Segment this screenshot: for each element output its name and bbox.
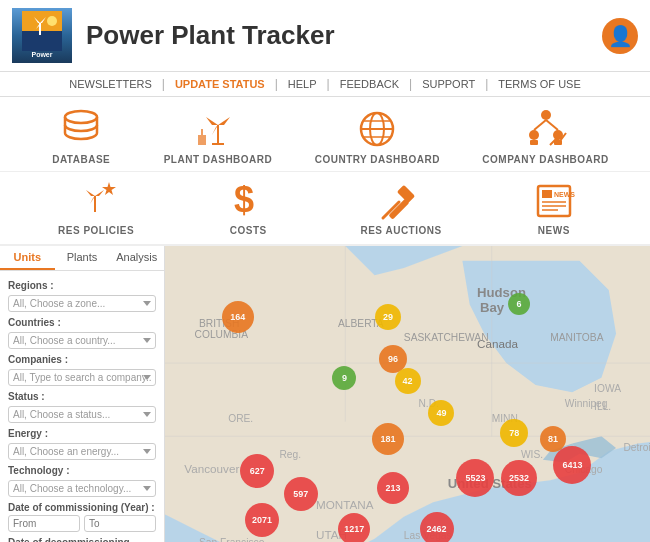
cluster-c1[interactable]: 164: [222, 301, 254, 333]
nav-terms[interactable]: TERMS OF USE: [488, 76, 591, 92]
icon-costs[interactable]: $ COSTS: [208, 178, 288, 236]
svg-rect-8: [217, 125, 219, 143]
svg-marker-29: [95, 190, 104, 196]
cluster-c7[interactable]: 49: [428, 400, 454, 426]
map-area[interactable]: Hudson Bay Canada BRITISH COLUMBIA ALBER…: [165, 246, 650, 542]
cluster-c13[interactable]: 213: [377, 472, 409, 504]
main-content: Units Plants Analysis Regions : All, Cho…: [0, 246, 650, 542]
svg-rect-34: [397, 185, 415, 203]
svg-marker-9: [206, 117, 218, 125]
cluster-c6[interactable]: 42: [395, 368, 421, 394]
cluster-c18[interactable]: 1217: [338, 513, 370, 542]
svg-marker-31: [102, 182, 116, 195]
icon-company-dashboard[interactable]: COMPANY DASHBOARD: [482, 107, 608, 165]
svg-text:$: $: [234, 179, 254, 220]
icon-database-label: DATABASE: [52, 154, 110, 165]
nav-feedback[interactable]: FEEDBACK: [330, 76, 409, 92]
commissioning-to[interactable]: [84, 515, 156, 532]
svg-marker-10: [218, 117, 230, 125]
nav-bar: NEWSLETTERS | UPDATE STATUS | HELP | FEE…: [0, 72, 650, 97]
icon-news-label: NEWS: [538, 225, 570, 236]
cluster-c2[interactable]: 29: [375, 304, 401, 330]
tab-plants[interactable]: Plants: [55, 246, 110, 270]
regions-select[interactable]: All, Choose a zone...: [8, 295, 156, 312]
icon-news[interactable]: NEWS NEWS: [514, 178, 594, 236]
icon-res-auctions[interactable]: RES AUCTIONS: [360, 178, 441, 236]
cluster-c19[interactable]: 2462: [420, 512, 454, 542]
energy-label: Energy :: [8, 428, 156, 439]
svg-point-2: [47, 16, 57, 26]
nav-help[interactable]: HELP: [278, 76, 327, 92]
left-panel: Units Plants Analysis Regions : All, Cho…: [0, 246, 165, 542]
svg-rect-13: [198, 135, 206, 145]
commissioning-row: [8, 515, 156, 532]
svg-rect-37: [542, 190, 552, 198]
energy-select[interactable]: All, Choose an energy...: [8, 443, 156, 460]
svg-line-24: [546, 120, 558, 130]
header: Power Power Plant Tracker 👤: [0, 0, 650, 72]
cluster-c16[interactable]: 6413: [553, 446, 591, 484]
icon-company-label: COMPANY DASHBOARD: [482, 154, 608, 165]
cluster-c8[interactable]: 181: [372, 423, 404, 455]
cluster-c9[interactable]: 78: [500, 419, 528, 447]
status-label: Status :: [8, 391, 156, 402]
svg-rect-27: [94, 196, 96, 212]
svg-rect-25: [530, 140, 538, 145]
logo-text: Power: [31, 51, 52, 59]
icon-grid-row1: DATABASE PLANT DASHBOARD COUNTRY DASHBOA…: [0, 97, 650, 172]
icon-plant-dashboard[interactable]: PLANT DASHBOARD: [164, 107, 273, 165]
nav-support[interactable]: SUPPORT: [412, 76, 485, 92]
companies-select[interactable]: All, Type to search a company...: [8, 369, 156, 386]
companies-label: Companies :: [8, 354, 156, 365]
svg-rect-1: [22, 31, 62, 51]
commissioning-label: Date of commissioning (Year) :: [8, 502, 156, 513]
cluster-c5[interactable]: 9: [332, 366, 356, 390]
icon-costs-label: COSTS: [230, 225, 267, 236]
tab-analysis[interactable]: Analysis: [109, 246, 164, 270]
filter-section: Regions : All, Choose a zone... Countrie…: [0, 271, 164, 542]
cluster-c15[interactable]: 2532: [501, 460, 537, 496]
regions-label: Regions :: [8, 280, 156, 291]
map-clusters: 1642996694249181788162759721355232532641…: [165, 246, 650, 542]
cluster-c11[interactable]: 627: [240, 454, 274, 488]
svg-marker-28: [86, 190, 95, 196]
icon-plant-label: PLANT DASHBOARD: [164, 154, 273, 165]
user-avatar[interactable]: 👤: [602, 18, 638, 54]
cluster-c12[interactable]: 597: [284, 477, 318, 511]
technology-label: Technology :: [8, 465, 156, 476]
icon-grid-row2: RES POLICIES $ COSTS RES AUCTIONS NEWS N…: [0, 172, 650, 246]
icon-res-policies-label: RES POLICIES: [58, 225, 134, 236]
nav-update-status[interactable]: UPDATE STATUS: [165, 76, 275, 92]
countries-select[interactable]: All, Choose a country...: [8, 332, 156, 349]
icon-res-auctions-label: RES AUCTIONS: [360, 225, 441, 236]
tabs: Units Plants Analysis: [0, 246, 164, 271]
cluster-c17[interactable]: 2071: [245, 503, 279, 537]
icon-country-label: COUNTRY DASHBOARD: [315, 154, 440, 165]
svg-rect-12: [212, 143, 224, 145]
tab-units[interactable]: Units: [0, 246, 55, 270]
svg-rect-14: [201, 129, 203, 135]
svg-point-20: [541, 110, 551, 120]
nav-newsletters[interactable]: NEWSLETTERS: [59, 76, 162, 92]
technology-select[interactable]: All, Choose a technology...: [8, 480, 156, 497]
cluster-c14[interactable]: 5523: [456, 459, 494, 497]
app-title: Power Plant Tracker: [86, 20, 602, 51]
icon-res-policies[interactable]: RES POLICIES: [56, 178, 136, 236]
svg-text:NEWS: NEWS: [554, 191, 575, 198]
logo[interactable]: Power: [12, 8, 72, 63]
svg-point-7: [65, 111, 97, 123]
countries-label: Countries :: [8, 317, 156, 328]
svg-point-21: [529, 130, 539, 140]
cluster-c4[interactable]: 6: [508, 293, 530, 315]
icon-database[interactable]: DATABASE: [41, 107, 121, 165]
icon-country-dashboard[interactable]: COUNTRY DASHBOARD: [315, 107, 440, 165]
svg-line-23: [534, 120, 546, 130]
decommissioning-label: Date of decommissioning (Year) :: [8, 537, 156, 542]
status-select[interactable]: All, Choose a status...: [8, 406, 156, 423]
commissioning-from[interactable]: [8, 515, 80, 532]
